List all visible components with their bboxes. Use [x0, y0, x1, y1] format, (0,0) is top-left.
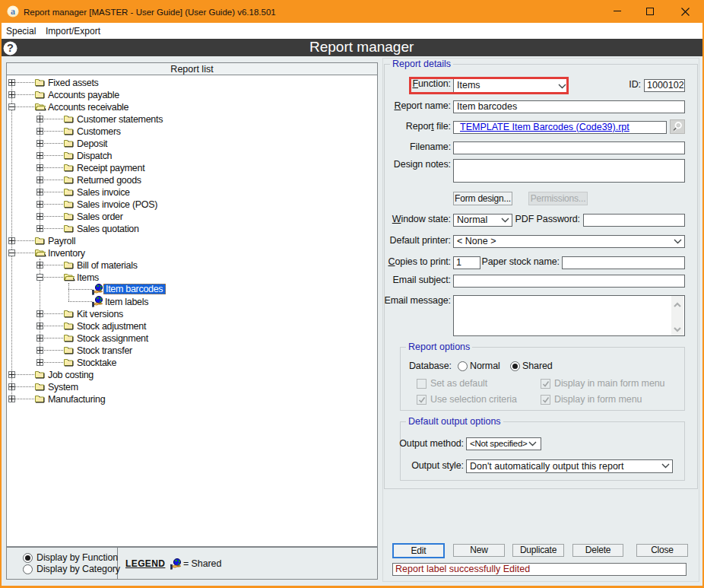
- svg-text:a: a: [11, 6, 15, 17]
- svg-text:?: ?: [7, 42, 14, 54]
